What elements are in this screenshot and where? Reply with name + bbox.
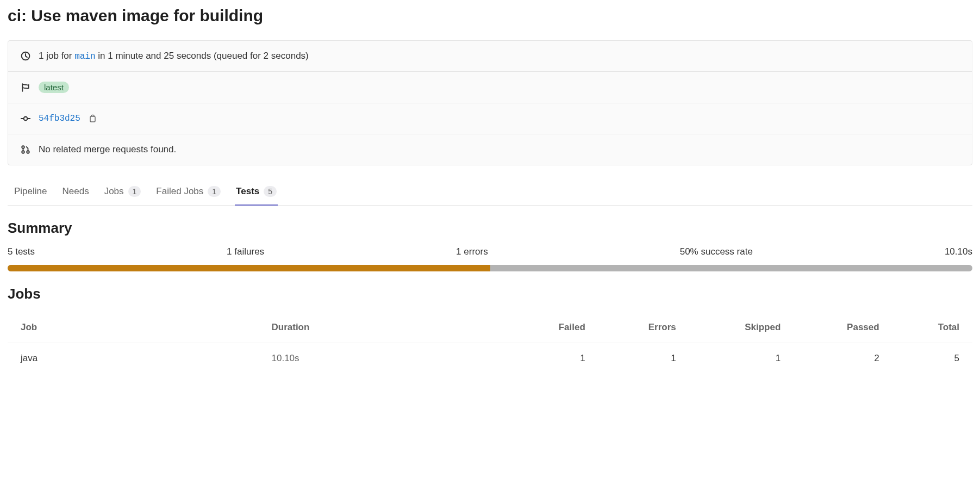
tags-row: latest: [8, 72, 972, 103]
cell-job: java: [8, 343, 259, 374]
summary-time: 10.10s: [945, 246, 972, 257]
branch-link[interactable]: main: [74, 52, 95, 61]
tab-tests-label: Tests: [236, 186, 259, 197]
tab-failed-jobs-label: Failed Jobs: [156, 186, 203, 197]
jobs-heading: Jobs: [8, 286, 972, 302]
summary-heading: Summary: [8, 220, 972, 237]
pipeline-info-well: 1 job for main in 1 minute and 25 second…: [8, 40, 972, 165]
tab-needs[interactable]: Needs: [61, 178, 90, 206]
copy-commit-button[interactable]: [88, 114, 97, 123]
mr-text: No related merge requests found.: [39, 144, 176, 155]
commit-icon: [20, 113, 31, 124]
tab-jobs-label: Jobs: [104, 186, 124, 197]
svg-rect-2: [90, 116, 95, 122]
latest-badge: latest: [39, 82, 69, 93]
clock-icon: [20, 51, 31, 61]
cell-failed: 1: [509, 343, 598, 374]
tab-jobs-count: 1: [128, 186, 141, 197]
flag-icon: [20, 82, 31, 93]
commit-row: 54fb3d25: [8, 103, 972, 134]
tab-tests[interactable]: Tests 5: [235, 178, 278, 206]
tabs: Pipeline Needs Jobs 1 Failed Jobs 1 Test…: [8, 178, 972, 206]
tab-failed-jobs[interactable]: Failed Jobs 1: [155, 178, 222, 206]
col-skipped: Skipped: [689, 312, 794, 343]
tab-pipeline[interactable]: Pipeline: [13, 178, 48, 206]
tab-jobs[interactable]: Jobs 1: [103, 178, 142, 206]
cell-errors: 1: [598, 343, 689, 374]
col-errors: Errors: [598, 312, 689, 343]
summary-tests: 5 tests: [8, 246, 35, 257]
tab-tests-count: 5: [264, 186, 277, 197]
summary-success-rate: 50% success rate: [680, 246, 753, 257]
merge-request-icon: [20, 144, 31, 155]
col-passed: Passed: [794, 312, 892, 343]
svg-point-5: [27, 151, 29, 153]
summary-failures: 1 failures: [227, 246, 264, 257]
col-job: Job: [8, 312, 259, 343]
col-failed: Failed: [509, 312, 598, 343]
jobs-summary-text: 1 job for main in 1 minute and 25 second…: [39, 51, 309, 61]
table-row[interactable]: java10.10s11125: [8, 343, 972, 374]
cell-passed: 2: [794, 343, 892, 374]
tab-pipeline-label: Pipeline: [14, 186, 47, 197]
summary-errors: 1 errors: [456, 246, 488, 257]
page-title: ci: Use maven image for building: [8, 7, 972, 25]
tab-needs-label: Needs: [63, 186, 89, 197]
mr-row: No related merge requests found.: [8, 134, 972, 165]
jobs-prefix: 1 job for: [39, 51, 74, 61]
jobs-suffix: in 1 minute and 25 seconds (queued for 2…: [96, 51, 309, 61]
cell-duration: 10.10s: [259, 343, 510, 374]
svg-point-1: [24, 117, 28, 121]
jobs-summary-row: 1 job for main in 1 minute and 25 second…: [8, 41, 972, 72]
col-duration: Duration: [259, 312, 510, 343]
progress-fill: [8, 265, 490, 271]
jobs-table: Job Duration Failed Errors Skipped Passe…: [8, 312, 972, 374]
commit-link[interactable]: 54fb3d25: [39, 114, 80, 123]
svg-point-3: [22, 146, 24, 148]
progress-bar: [8, 265, 972, 271]
svg-point-4: [22, 151, 24, 153]
col-total: Total: [892, 312, 972, 343]
table-header-row: Job Duration Failed Errors Skipped Passe…: [8, 312, 972, 343]
cell-skipped: 1: [689, 343, 794, 374]
tab-failed-jobs-count: 1: [208, 186, 221, 197]
summary-row: 5 tests 1 failures 1 errors 50% success …: [8, 246, 972, 257]
cell-total: 5: [892, 343, 972, 374]
